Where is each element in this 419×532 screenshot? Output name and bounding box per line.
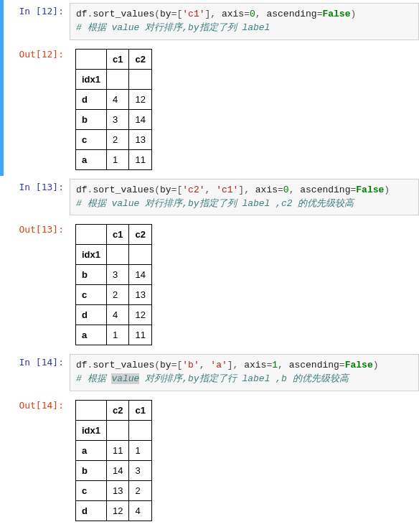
cell-value: 4: [129, 501, 151, 521]
row-index: b: [76, 461, 107, 481]
cell-value: 12: [129, 89, 151, 109]
table-row: b143: [76, 461, 152, 481]
row-index: b: [76, 265, 107, 285]
col-header: c2: [129, 225, 151, 245]
cell-value: 1: [107, 149, 129, 169]
table-row: a111: [76, 441, 152, 461]
table-row: c213: [76, 285, 152, 305]
col-header: c1: [107, 225, 129, 245]
cell-value: 14: [129, 265, 151, 285]
cell-value: 2: [129, 481, 151, 501]
cell-value: 13: [129, 129, 151, 149]
cell-value: 11: [129, 149, 151, 169]
cell-value: 11: [107, 441, 129, 461]
cell-value: 14: [107, 461, 129, 481]
row-index: d: [76, 501, 107, 521]
cell-value: 13: [107, 481, 129, 501]
cell-value: 2: [107, 285, 129, 305]
table-row: c132: [76, 481, 152, 501]
out-prompt: Out[13]:: [4, 221, 70, 238]
cell-value: 3: [129, 461, 151, 481]
table-row: a111: [76, 149, 152, 169]
row-index: c: [76, 481, 107, 501]
table-row: b314: [76, 265, 152, 285]
table-row: c213: [76, 129, 152, 149]
output-dataframe: c1c2idx1b314c213d412a111: [75, 224, 152, 345]
index-name: idx1: [76, 69, 107, 89]
cell-value: 4: [107, 89, 129, 109]
cell-value: 11: [129, 325, 151, 345]
row-index: a: [76, 149, 107, 169]
table-corner: [76, 225, 107, 245]
row-index: a: [76, 325, 107, 345]
row-index: d: [76, 305, 107, 325]
cell-value: 1: [129, 441, 151, 461]
code-input[interactable]: df.sort_values(by=['c1'], axis=0, ascend…: [70, 3, 419, 40]
index-name: idx1: [76, 421, 107, 441]
notebook-cell: In [14]:df.sort_values(by=['b', 'a'], ax…: [0, 351, 419, 527]
row-index: c: [76, 129, 107, 149]
output-dataframe: c1c2idx1d412b314c213a111: [75, 49, 152, 170]
table-row: a111: [76, 325, 152, 345]
row-index: d: [76, 89, 107, 109]
in-prompt: In [12]:: [4, 3, 70, 19]
row-index: b: [76, 109, 107, 129]
row-index: c: [76, 285, 107, 305]
cell-value: 4: [107, 305, 129, 325]
output-area: c1c2idx1b314c213d412a111: [70, 221, 158, 348]
table-row: b314: [76, 109, 152, 129]
in-prompt: In [14]:: [4, 354, 70, 370]
cell-value: 3: [107, 109, 129, 129]
col-header: c1: [129, 401, 151, 421]
table-corner: [76, 401, 107, 421]
cell-value: 2: [107, 129, 129, 149]
out-prompt: Out[12]:: [4, 46, 70, 62]
table-row: d124: [76, 501, 152, 521]
code-input[interactable]: df.sort_values(by=['b', 'a'], axis=1, as…: [70, 354, 419, 391]
index-name: idx1: [76, 245, 107, 265]
table-corner: [76, 49, 107, 69]
output-area: c2c1idx1a111b143c132d124: [70, 397, 158, 524]
cell-value: 12: [129, 305, 151, 325]
col-header: c1: [107, 49, 129, 69]
col-header: c2: [107, 401, 129, 421]
cell-value: 13: [129, 285, 151, 305]
cell-value: 12: [107, 501, 129, 521]
cell-value: 1: [107, 325, 129, 345]
output-dataframe: c2c1idx1a111b143c132d124: [75, 400, 152, 521]
col-header: c2: [129, 49, 151, 69]
cell-value: 3: [107, 265, 129, 285]
table-row: d412: [76, 305, 152, 325]
notebook-cell: In [13]:df.sort_values(by=['c2', 'c1'], …: [0, 176, 419, 352]
in-prompt: In [13]:: [4, 179, 70, 195]
table-row: d412: [76, 89, 152, 109]
code-input[interactable]: df.sort_values(by=['c2', 'c1'], axis=0, …: [70, 179, 419, 216]
output-area: c1c2idx1d412b314c213a111: [70, 46, 158, 173]
row-index: a: [76, 441, 107, 461]
notebook-cell: In [12]:df.sort_values(by=['c1'], axis=0…: [0, 0, 419, 176]
out-prompt: Out[14]:: [4, 397, 70, 414]
cell-value: 14: [129, 109, 151, 129]
